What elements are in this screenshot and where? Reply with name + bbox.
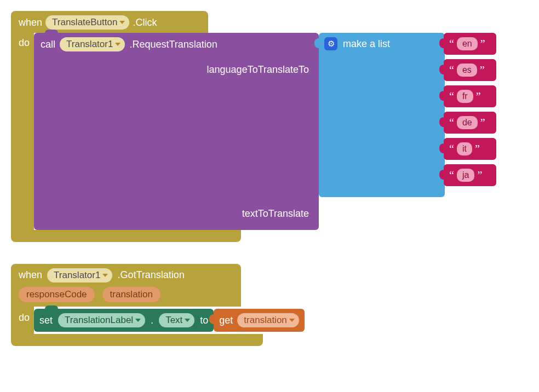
text-block-de[interactable]: “ de ” (444, 112, 496, 134)
event-params-row: responseCode translation (11, 285, 241, 307)
method-name: .RequestTranslation (129, 39, 217, 50)
text-block-fr[interactable]: “ fr ” (444, 85, 496, 107)
get-variable-block[interactable]: get translation (214, 309, 304, 332)
call-keyword: call (41, 39, 55, 50)
call-block-request-translation[interactable]: call Translator1 .RequestTranslation lan… (34, 33, 319, 230)
text-value[interactable]: it (457, 142, 472, 155)
text-block-es[interactable]: “ es ” (444, 59, 496, 81)
variable-dropdown-translation[interactable]: translation (237, 313, 299, 327)
text-value[interactable]: ja (457, 169, 474, 182)
list-items-column: “ en ” “ es ” (444, 33, 496, 186)
text-value[interactable]: fr (457, 90, 473, 103)
event-name: .GotTranslation (117, 269, 184, 280)
component-dropdown-translationlabel[interactable]: TranslationLabel (58, 313, 145, 327)
event-header: when TranslateButton .Click (11, 11, 208, 33)
property-dropdown-text[interactable]: Text (159, 313, 194, 327)
text-block-en[interactable]: “ en ” (444, 33, 496, 55)
set-property-block[interactable]: set TranslationLabel . Text to (34, 309, 214, 332)
event-block-when-click[interactable]: when TranslateButton .Click do call (11, 11, 539, 242)
text-value[interactable]: de (457, 116, 478, 129)
gear-icon[interactable]: ⚙ (324, 37, 337, 50)
component-dropdown-translator1[interactable]: Translator1 (60, 37, 125, 51)
dot: . (151, 315, 153, 326)
event-block-got-translation[interactable]: when Translator1 .GotTranslation respons… (11, 264, 539, 346)
chevron-down-icon (102, 274, 108, 277)
make-a-list-block[interactable]: ⚙ make a list (319, 33, 445, 197)
event-header: when Translator1 .GotTranslation (11, 264, 241, 285)
param-translation[interactable]: translation (102, 287, 160, 302)
set-keyword: set (39, 315, 53, 326)
text-value[interactable]: en (457, 37, 478, 50)
when-keyword: when (19, 269, 42, 280)
chevron-down-icon (289, 319, 295, 322)
component-dropdown-translator1[interactable]: Translator1 (47, 268, 112, 283)
param-responsecode[interactable]: responseCode (19, 287, 95, 302)
chevron-down-icon (135, 319, 141, 322)
chevron-down-icon (119, 21, 125, 24)
get-keyword: get (219, 315, 233, 326)
text-value[interactable]: es (457, 64, 477, 77)
event-name: .Click (133, 17, 157, 28)
chevron-down-icon (115, 43, 121, 46)
text-block-it[interactable]: “ it ” (444, 138, 496, 160)
make-a-list-label: make a list (343, 38, 390, 50)
component-dropdown-translatebutton[interactable]: TranslateButton (45, 15, 129, 30)
text-block-ja[interactable]: “ ja ” (444, 164, 496, 186)
do-label: do (11, 307, 34, 334)
arg-label-text: textToTranslate (242, 208, 309, 220)
when-keyword: when (19, 17, 42, 28)
do-label: do (11, 33, 34, 230)
arg-label-language: languageToTranslateTo (207, 64, 309, 76)
to-keyword: to (200, 315, 208, 326)
chevron-down-icon (185, 319, 190, 322)
